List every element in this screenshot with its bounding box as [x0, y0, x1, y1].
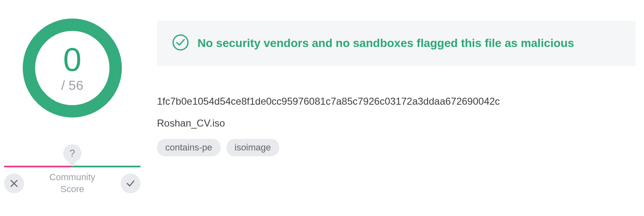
status-message: No security vendors and no sandboxes fla… — [197, 37, 574, 50]
detection-count: 0 — [63, 43, 82, 76]
score-bar-positive — [72, 166, 140, 167]
detection-total: / 56 — [61, 78, 83, 93]
svg-point-2 — [173, 35, 188, 50]
vote-negative-button[interactable] — [4, 174, 24, 193]
tags-row: contains-pe isoimage — [157, 139, 636, 156]
help-icon[interactable]: ? — [63, 144, 81, 162]
file-hash: 1fc7b0e1054d54ce8f1de0cc95976081c7a85c79… — [157, 95, 636, 108]
file-details: 1fc7b0e1054d54ce8f1de0cc95976081c7a85c79… — [157, 95, 636, 156]
community-score-label: Community Score — [49, 171, 95, 195]
x-icon — [10, 179, 19, 188]
community-row: Community Score — [4, 171, 140, 195]
check-icon — [126, 178, 135, 188]
help-pointer-icon — [68, 162, 76, 167]
status-banner: No security vendors and no sandboxes fla… — [157, 21, 636, 66]
tag[interactable]: contains-pe — [157, 139, 221, 156]
status-check-icon — [172, 34, 189, 53]
tag[interactable]: isoimage — [226, 139, 279, 156]
detection-ring: 0 / 56 — [21, 16, 124, 120]
score-bar-negative — [4, 166, 72, 167]
left-panel: 0 / 56 ? Community Score — [0, 12, 145, 195]
vote-positive-button[interactable] — [121, 174, 140, 193]
community-section: ? Community Score — [4, 144, 140, 195]
right-panel: No security vendors and no sandboxes fla… — [145, 12, 644, 156]
file-name: Roshan_CV.iso — [157, 117, 636, 129]
detection-ring-text: 0 / 56 — [61, 43, 83, 93]
